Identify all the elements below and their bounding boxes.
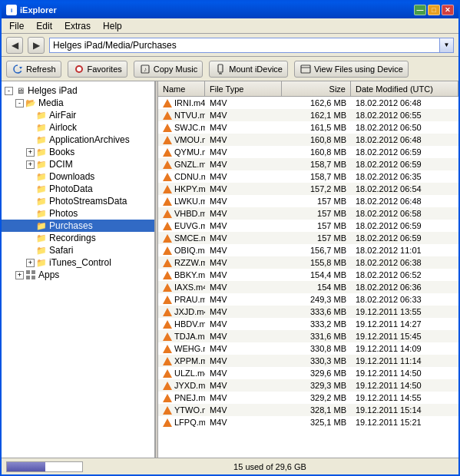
table-row[interactable]: OBIQ.m4v M4V 156,7 MB 18.02.2012 11:01 (158, 244, 458, 256)
table-row[interactable]: HBDV.m4v M4V 333,2 MB 19.12.2011 14:27 (158, 318, 458, 330)
cell-name: JXJD.m4v (158, 306, 205, 318)
tree-item-airlock[interactable]: 📁 Airlock (2, 121, 154, 134)
cell-size: 330,3 MB (282, 355, 351, 367)
cell-filetype: M4V (205, 244, 282, 256)
table-row[interactable]: VHBD.m4v M4V 157 MB 18.02.2012 06:58 (158, 207, 458, 220)
menu-extras[interactable]: Extras (60, 20, 95, 32)
file-list-scroll[interactable]: IRNI.m4v M4V 162,6 MB 18.02.2012 06:48 N… (158, 97, 458, 458)
table-row[interactable]: JYXD.m4v M4V 329,3 MB 19.12.2011 14:50 (158, 379, 458, 392)
table-row[interactable]: HKPY.m4v M4V 157,2 MB 18.02.2012 06:54 (158, 183, 458, 195)
table-row[interactable]: GNZL.m4v M4V 158,7 MB 18.02.2012 06:59 (158, 158, 458, 170)
tree-item-photodata[interactable]: 📁 PhotoData (2, 183, 154, 195)
cell-name: JYXD.m4v (158, 379, 205, 392)
file-icon (163, 283, 172, 292)
forward-button[interactable]: ▶ (28, 37, 45, 54)
maximize-button[interactable]: □ (428, 5, 440, 15)
tree-item-airfair[interactable]: 📁 AirFair (2, 109, 154, 121)
file-icon (163, 124, 172, 132)
cell-name: GNZL.m4v (158, 158, 205, 170)
table-row[interactable]: ULZL.m4v M4V 329,6 MB 19.12.2011 14:50 (158, 367, 458, 379)
tree-item-apps[interactable]: + Apps (2, 269, 154, 281)
cell-size: 329,2 MB (282, 392, 351, 404)
table-row[interactable]: WEHG.m4v M4V 330,8 MB 19.12.2011 14:09 (158, 342, 458, 355)
table-row[interactable]: BBKY.m4v M4V 154,4 MB 18.02.2012 06:52 (158, 269, 458, 281)
cell-name: SWJC.m4v (158, 121, 205, 134)
table-row[interactable]: YTWO.m4v M4V 328,1 MB 19.12.2011 15:14 (158, 404, 458, 416)
window-title: iExplorer (20, 5, 57, 15)
col-size[interactable]: Size (282, 81, 351, 96)
col-filetype[interactable]: File Type (205, 81, 282, 96)
table-row[interactable]: TDJA.m4v M4V 331,6 MB 19.12.2011 15:45 (158, 330, 458, 342)
table-row[interactable]: NTVU.m4v M4V 162,1 MB 18.02.2012 06:55 (158, 109, 458, 121)
tree-item-helges-ipad[interactable]: - 🖥 Helges iPad (2, 84, 154, 97)
menu-help[interactable]: Help (98, 20, 127, 32)
expand-apps[interactable]: + (15, 271, 24, 279)
tree-item-recordings[interactable]: 📁 Recordings (2, 232, 154, 244)
menu-file[interactable]: File (5, 20, 28, 32)
table-row[interactable]: VMOU.m4v M4V 160,8 MB 18.02.2012 06:48 (158, 134, 458, 146)
tree-item-purchases[interactable]: 📁 Purchases (2, 220, 154, 232)
refresh-button[interactable]: Refresh (6, 61, 61, 78)
tree-item-applicationarchives[interactable]: 📁 ApplicationArchives (2, 134, 154, 146)
cell-filetype: M4V (205, 183, 282, 195)
table-row[interactable]: XPPM.m4v M4V 330,3 MB 19.12.2011 11:14 (158, 355, 458, 367)
tree-item-itunes-control[interactable]: + 📁 iTunes_Control (2, 256, 154, 269)
expand-books[interactable]: + (26, 148, 35, 157)
table-row[interactable]: IRNI.m4v M4V 162,6 MB 18.02.2012 06:48 (158, 97, 458, 109)
table-row[interactable]: EUVG.m4v M4V 157 MB 18.02.2012 06:59 (158, 220, 458, 232)
tree-item-dcim[interactable]: + 📁 DCIM (2, 158, 154, 170)
back-button[interactable]: ◀ (6, 37, 23, 54)
table-row[interactable]: SMCE.m4v M4V 157 MB 18.02.2012 06:59 (158, 232, 458, 244)
expand-helges-ipad[interactable]: - (5, 87, 13, 95)
expand-dcim[interactable]: + (26, 160, 35, 169)
table-row[interactable]: CDNU.m4v M4V 158,7 MB 18.02.2012 06:35 (158, 170, 458, 183)
favorites-button[interactable]: Favorites (68, 61, 127, 78)
address-dropdown[interactable]: ▼ (440, 38, 454, 53)
tree-item-photostreamsdata[interactable]: 📁 PhotoStreamsData (2, 195, 154, 207)
table-row[interactable]: SWJC.m4v M4V 161,5 MB 18.02.2012 06:50 (158, 121, 458, 134)
table-row[interactable]: LFPQ.m4v M4V 325,1 MB 19.12.2011 15:21 (158, 416, 458, 428)
table-row[interactable]: PRAU.m4v M4V 249,3 MB 18.02.2012 06:33 (158, 293, 458, 306)
table-row[interactable]: QYMU.m4v M4V 160,8 MB 18.02.2012 06:59 (158, 146, 458, 158)
expand-itunes-control[interactable]: + (26, 259, 35, 267)
cell-size: 157,2 MB (282, 183, 351, 195)
view-files-label: View Files using Device (314, 64, 403, 74)
col-name[interactable]: Name (158, 81, 205, 96)
cell-date: 19.12.2011 15:45 (351, 330, 458, 342)
table-row[interactable]: LWKU.m4v M4V 157 MB 18.02.2012 06:48 (158, 195, 458, 207)
cell-size: 333,6 MB (282, 306, 351, 318)
tree-label-photostreamsdata: PhotoStreamsData (49, 196, 127, 207)
close-button[interactable]: ✕ (442, 5, 454, 15)
table-row[interactable]: PNEJ.m4v M4V 329,2 MB 19.12.2011 14:55 (158, 392, 458, 404)
tree-label-books: Books (49, 147, 74, 157)
expand-media[interactable]: - (15, 99, 24, 107)
minimize-button[interactable]: — (414, 5, 426, 15)
cell-date: 19.12.2011 14:55 (351, 392, 458, 404)
tree-item-media[interactable]: - 📂 Media (2, 97, 154, 109)
menu-edit[interactable]: Edit (31, 20, 57, 32)
file-icon (163, 320, 172, 329)
tree-item-downloads[interactable]: 📁 Downloads (2, 170, 154, 183)
tree-label-safari: Safari (49, 245, 73, 256)
copy-music-button[interactable]: ♪ Copy Music (134, 61, 203, 78)
copy-music-label: Copy Music (154, 64, 197, 74)
col-date[interactable]: Date Modified (UTC) (351, 81, 458, 96)
cell-size: 329,3 MB (282, 379, 351, 392)
cell-filetype: M4V (205, 306, 282, 318)
cell-filetype: M4V (205, 158, 282, 170)
nav-toolbar: ◀ ▶ ▼ (2, 34, 458, 57)
tree-item-photos[interactable]: 📁 Photos (2, 207, 154, 220)
address-input[interactable] (49, 38, 440, 53)
table-row[interactable]: IAXS.m4v M4V 154 MB 18.02.2012 06:36 (158, 281, 458, 293)
tree-item-safari[interactable]: 📁 Safari (2, 244, 154, 256)
file-icon (163, 234, 172, 243)
folder-icon-photos: 📁 (36, 208, 47, 219)
folder-icon-airlock: 📁 (36, 122, 47, 133)
mount-idevice-button[interactable]: Mount iDevice (209, 61, 288, 78)
view-files-button[interactable]: View Files using Device (294, 61, 409, 78)
tree-item-books[interactable]: + 📁 Books (2, 146, 154, 158)
table-row[interactable]: JXJD.m4v M4V 333,6 MB 19.12.2011 13:55 (158, 306, 458, 318)
cell-filetype: M4V (205, 170, 282, 183)
table-row[interactable]: RZZW.m4v M4V 155,8 MB 18.02.2012 06:38 (158, 256, 458, 269)
cell-filetype: M4V (205, 416, 282, 428)
